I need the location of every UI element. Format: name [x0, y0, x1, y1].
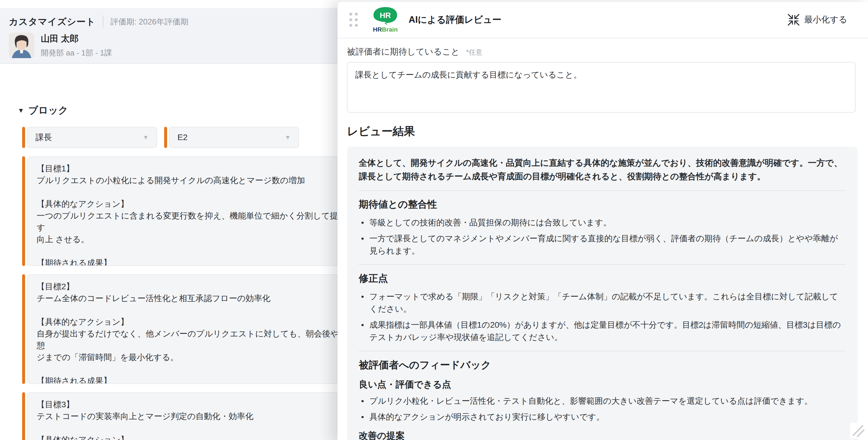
- block-section-toggle[interactable]: ▼ ブロック: [18, 104, 68, 117]
- review-result-box: 全体として、開発サイクルの高速化・品質向上に直結する具体的な施策が並んでおり、技…: [347, 146, 858, 440]
- good-points-bullets: プルリク小粒化・レビュー活性化・テスト自動化と、影響範囲の大きい改善テーマを選定…: [359, 395, 846, 423]
- goal-2-field: 【目標2】 チーム全体のコードレビュー活性化と相互承認フローの効率化 【具体的な…: [22, 274, 359, 384]
- block-dropdown-row: 課長 ▼ E2 ▼: [22, 127, 299, 148]
- accent-bar: [22, 127, 25, 148]
- review-bullet: 一方で課長としてのマネジメントやメンバー育成に関する直接的な目標が弱く、評価者の…: [359, 232, 846, 257]
- review-results-heading: レビュー結果: [347, 124, 856, 139]
- employee-avatar: [9, 33, 34, 58]
- subsection-heading-good-points: 良い点・評価できる点: [359, 378, 846, 391]
- review-bullet: 成果指標は一部具体値（目標1の20%）がありますが、他は定量目標が不十分です。目…: [359, 319, 846, 344]
- employee-name: 山田 太郎: [41, 33, 112, 45]
- goal-1-field: 【目標1】 プルリクエストの小粒化による開発サイクルの高速化とマージ数の増加 【…: [22, 156, 359, 266]
- collapse-triangle-icon: ▼: [18, 107, 24, 114]
- minimize-button[interactable]: 最小化する: [787, 13, 847, 26]
- goal-2-textarea[interactable]: 【目標2】 チーム全体のコードレビュー活性化と相互承認フローの効率化 【具体的な…: [27, 274, 359, 384]
- role-select[interactable]: 課長 ▼: [27, 127, 157, 148]
- section-heading-alignment: 期待値との整合性: [359, 198, 846, 211]
- goal-3-field: 【目標3】 テストコードの実装率向上とマージ判定の自動化・効率化 【具体的なアク…: [22, 392, 359, 440]
- accent-bar: [22, 156, 25, 266]
- alignment-bullets: 等級としての技術的改善・品質担保の期待には合致しています。 一方で課長としてのマ…: [359, 216, 846, 257]
- section-heading-feedback: 被評価者へのフィードバック: [359, 358, 846, 372]
- header-divider: [103, 15, 103, 28]
- grade-select-value: E2: [178, 133, 187, 142]
- review-bullet: 具体的なアクションが明示されており実行に移しやすいです。: [359, 411, 846, 423]
- hrbrain-bubble-icon: HR: [372, 6, 398, 25]
- resize-grip-icon: [851, 424, 865, 438]
- block-heading-label: ブロック: [28, 104, 68, 117]
- role-select-value: 課長: [35, 132, 52, 143]
- expectation-label: 被評価者に期待していること: [347, 47, 460, 56]
- chevron-down-icon: ▼: [143, 134, 149, 141]
- employee-meta: 山田 太郎 開発部 aa - 1部 - 1課: [41, 33, 112, 58]
- section-heading-corrections: 修正点: [359, 272, 846, 285]
- ai-panel-body: 被評価者に期待していること *任意 課長としてチームの成長に貢献する目標になって…: [337, 38, 868, 440]
- minimize-button-label: 最小化する: [804, 14, 847, 26]
- drag-handle-icon[interactable]: [349, 13, 358, 27]
- grade-field: E2 ▼: [164, 127, 299, 148]
- ai-review-panel: HR HRBrain AIによる評価レビュー 最小化する 被評価者に期待している…: [337, 2, 868, 440]
- goal-1-textarea[interactable]: 【目標1】 プルリクエストの小粒化による開発サイクルの高速化とマージ数の増加 【…: [27, 156, 359, 266]
- accent-bar: [22, 274, 25, 384]
- review-summary: 全体として、開発サイクルの高速化・品質向上に直結する具体的な施策が並んでおり、技…: [359, 156, 846, 183]
- page-title: カスタマイズシート: [9, 15, 96, 28]
- accent-bar: [164, 127, 167, 148]
- employee-department: 開発部 aa - 1部 - 1課: [41, 48, 112, 58]
- hrbrain-wordmark: HRBrain: [373, 26, 398, 33]
- review-bullet: フォーマットで求める「期限」「リスクと対策」「チーム体制」の記載が不足しています…: [359, 291, 846, 315]
- ai-panel-title: AIによる評価レビュー: [409, 13, 501, 26]
- accent-bar: [22, 392, 25, 440]
- subsection-heading-improvements: 改善の提案: [359, 430, 846, 440]
- review-bullet: 等級としての技術的改善・品質担保の期待には合致しています。: [359, 216, 846, 229]
- role-field: 課長 ▼: [22, 127, 157, 148]
- expectation-label-row: 被評価者に期待していること *任意: [347, 46, 856, 58]
- evaluation-period-label: 評価期: 2026年評価期: [111, 16, 188, 27]
- resize-handle[interactable]: [850, 423, 866, 438]
- ai-panel-header: HR HRBrain AIによる評価レビュー 最小化する: [337, 2, 868, 38]
- review-bullet: プルリク小粒化・レビュー活性化・テスト自動化と、影響範囲の大きい改善テーマを選定…: [359, 395, 846, 407]
- grade-select[interactable]: E2 ▼: [169, 127, 299, 148]
- expectation-input[interactable]: 課長としてチームの成長に貢献する目標になっていること。: [347, 62, 856, 113]
- section-divider: [359, 190, 846, 191]
- section-divider: [359, 264, 846, 265]
- svg-text:HR: HR: [380, 11, 391, 20]
- compress-arrows-icon: [787, 13, 800, 26]
- hrbrain-logo: HR HRBrain: [368, 6, 403, 33]
- optional-badge: *任意: [466, 48, 483, 56]
- goal-3-textarea[interactable]: 【目標3】 テストコードの実装率向上とマージ判定の自動化・効率化 【具体的なアク…: [27, 392, 359, 440]
- avatar-photo-placeholder: [9, 33, 34, 58]
- corrections-bullets: フォーマットで求める「期限」「リスクと対策」「チーム体制」の記載が不足しています…: [359, 291, 846, 344]
- section-divider: [359, 351, 846, 351]
- chevron-down-icon: ▼: [285, 134, 291, 141]
